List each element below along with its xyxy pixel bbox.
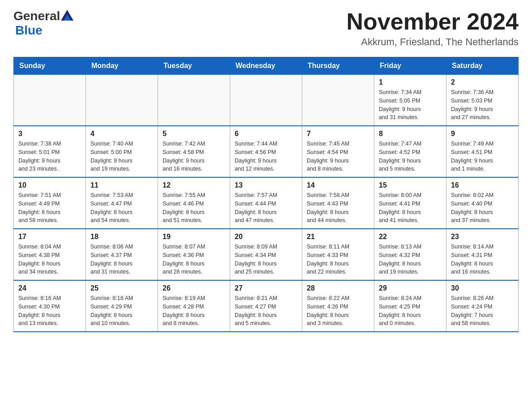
calendar-cell: 12Sunrise: 7:55 AMSunset: 4:46 PMDayligh… xyxy=(158,177,230,229)
calendar-cell: 18Sunrise: 8:06 AMSunset: 4:37 PMDayligh… xyxy=(86,229,158,280)
day-number: 12 xyxy=(163,181,225,189)
day-number: 7 xyxy=(307,130,369,138)
day-info: Sunrise: 7:55 AMSunset: 4:46 PMDaylight:… xyxy=(163,191,225,225)
day-number: 29 xyxy=(379,284,442,292)
calendar-cell: 22Sunrise: 8:13 AMSunset: 4:32 PMDayligh… xyxy=(374,229,446,280)
day-number: 17 xyxy=(18,233,81,241)
logo-blue-text: Blue xyxy=(15,23,43,38)
calendar-cell: 26Sunrise: 8:19 AMSunset: 4:28 PMDayligh… xyxy=(158,280,230,332)
calendar-cell: 13Sunrise: 7:57 AMSunset: 4:44 PMDayligh… xyxy=(230,177,302,229)
calendar-cell: 24Sunrise: 8:16 AMSunset: 4:30 PMDayligh… xyxy=(14,280,86,332)
calendar-cell: 4Sunrise: 7:40 AMSunset: 5:00 PMDaylight… xyxy=(86,126,158,177)
day-info: Sunrise: 8:11 AMSunset: 4:33 PMDaylight:… xyxy=(307,243,369,276)
weekday-header-sunday: Sunday xyxy=(14,57,86,75)
day-info: Sunrise: 8:26 AMSunset: 4:24 PMDaylight:… xyxy=(451,294,514,328)
weekday-header-saturday: Saturday xyxy=(446,57,519,75)
calendar-cell: 27Sunrise: 8:21 AMSunset: 4:27 PMDayligh… xyxy=(230,280,302,332)
page-header: General Blue November 2024 Akkrum, Fries… xyxy=(13,9,519,48)
day-info: Sunrise: 7:38 AMSunset: 5:01 PMDaylight:… xyxy=(18,140,81,173)
day-number: 13 xyxy=(235,181,297,189)
day-number: 20 xyxy=(235,233,297,241)
calendar-cell: 23Sunrise: 8:14 AMSunset: 4:31 PMDayligh… xyxy=(446,229,519,280)
calendar-cell xyxy=(230,75,302,126)
calendar-cell: 20Sunrise: 8:09 AMSunset: 4:34 PMDayligh… xyxy=(230,229,302,280)
day-number: 2 xyxy=(451,78,514,86)
calendar-cell: 11Sunrise: 7:53 AMSunset: 4:47 PMDayligh… xyxy=(86,177,158,229)
day-info: Sunrise: 8:07 AMSunset: 4:36 PMDaylight:… xyxy=(163,243,225,276)
day-info: Sunrise: 7:53 AMSunset: 4:47 PMDaylight:… xyxy=(90,191,153,225)
weekday-header-wednesday: Wednesday xyxy=(230,57,302,75)
day-info: Sunrise: 8:24 AMSunset: 4:25 PMDaylight:… xyxy=(379,294,442,328)
day-info: Sunrise: 7:57 AMSunset: 4:44 PMDaylight:… xyxy=(235,191,297,225)
calendar-cell: 16Sunrise: 8:02 AMSunset: 4:40 PMDayligh… xyxy=(446,177,519,229)
calendar-cell: 1Sunrise: 7:34 AMSunset: 5:05 PMDaylight… xyxy=(374,75,446,126)
day-info: Sunrise: 7:44 AMSunset: 4:56 PMDaylight:… xyxy=(235,140,297,173)
weekday-header-thursday: Thursday xyxy=(302,57,374,75)
day-number: 3 xyxy=(18,130,81,138)
calendar-cell: 6Sunrise: 7:44 AMSunset: 4:56 PMDaylight… xyxy=(230,126,302,177)
day-info: Sunrise: 8:19 AMSunset: 4:28 PMDaylight:… xyxy=(163,294,225,328)
day-number: 1 xyxy=(379,78,442,86)
calendar-week-row: 1Sunrise: 7:34 AMSunset: 5:05 PMDaylight… xyxy=(14,75,519,126)
day-info: Sunrise: 8:16 AMSunset: 4:30 PMDaylight:… xyxy=(18,294,81,328)
day-number: 19 xyxy=(163,233,225,241)
day-number: 24 xyxy=(18,284,81,292)
title-block: November 2024 Akkrum, Friesland, The Net… xyxy=(347,9,519,48)
logo-general-text: General xyxy=(13,9,60,23)
day-number: 6 xyxy=(235,130,297,138)
calendar-cell: 17Sunrise: 8:04 AMSunset: 4:38 PMDayligh… xyxy=(14,229,86,280)
calendar-cell xyxy=(14,75,86,126)
day-info: Sunrise: 7:58 AMSunset: 4:43 PMDaylight:… xyxy=(307,191,369,225)
calendar-cell: 7Sunrise: 7:45 AMSunset: 4:54 PMDaylight… xyxy=(302,126,374,177)
day-info: Sunrise: 7:40 AMSunset: 5:00 PMDaylight:… xyxy=(90,140,153,173)
day-number: 21 xyxy=(307,233,369,241)
day-info: Sunrise: 7:51 AMSunset: 4:49 PMDaylight:… xyxy=(18,191,81,225)
calendar-week-row: 17Sunrise: 8:04 AMSunset: 4:38 PMDayligh… xyxy=(14,229,519,280)
calendar-cell: 21Sunrise: 8:11 AMSunset: 4:33 PMDayligh… xyxy=(302,229,374,280)
day-number: 22 xyxy=(379,233,442,241)
calendar-week-row: 24Sunrise: 8:16 AMSunset: 4:30 PMDayligh… xyxy=(14,280,519,332)
calendar-cell: 10Sunrise: 7:51 AMSunset: 4:49 PMDayligh… xyxy=(14,177,86,229)
weekday-header-monday: Monday xyxy=(86,57,158,75)
calendar-cell: 8Sunrise: 7:47 AMSunset: 4:52 PMDaylight… xyxy=(374,126,446,177)
calendar-cell: 3Sunrise: 7:38 AMSunset: 5:01 PMDaylight… xyxy=(14,126,86,177)
day-number: 23 xyxy=(451,233,514,241)
day-number: 4 xyxy=(90,130,153,138)
day-info: Sunrise: 7:42 AMSunset: 4:58 PMDaylight:… xyxy=(163,140,225,173)
day-info: Sunrise: 8:21 AMSunset: 4:27 PMDaylight:… xyxy=(235,294,297,328)
day-info: Sunrise: 7:36 AMSunset: 5:03 PMDaylight:… xyxy=(451,88,514,122)
day-info: Sunrise: 8:18 AMSunset: 4:29 PMDaylight:… xyxy=(90,294,153,328)
calendar-cell: 14Sunrise: 7:58 AMSunset: 4:43 PMDayligh… xyxy=(302,177,374,229)
location-subtitle: Akkrum, Friesland, The Netherlands xyxy=(347,36,519,48)
weekday-header-friday: Friday xyxy=(374,57,446,75)
day-number: 28 xyxy=(307,284,369,292)
day-number: 11 xyxy=(90,181,153,189)
day-info: Sunrise: 7:34 AMSunset: 5:05 PMDaylight:… xyxy=(379,88,442,122)
day-info: Sunrise: 8:14 AMSunset: 4:31 PMDaylight:… xyxy=(451,243,514,276)
day-info: Sunrise: 8:09 AMSunset: 4:34 PMDaylight:… xyxy=(235,243,297,276)
day-number: 18 xyxy=(90,233,153,241)
day-info: Sunrise: 8:02 AMSunset: 4:40 PMDaylight:… xyxy=(451,191,514,225)
calendar-cell xyxy=(302,75,374,126)
day-number: 5 xyxy=(163,130,225,138)
calendar-cell xyxy=(158,75,230,126)
day-number: 8 xyxy=(379,130,442,138)
logo-icon xyxy=(61,10,73,22)
day-info: Sunrise: 7:49 AMSunset: 4:51 PMDaylight:… xyxy=(451,140,514,173)
weekday-header-tuesday: Tuesday xyxy=(158,57,230,75)
day-number: 27 xyxy=(235,284,297,292)
calendar-cell: 2Sunrise: 7:36 AMSunset: 5:03 PMDaylight… xyxy=(446,75,519,126)
day-number: 30 xyxy=(451,284,514,292)
calendar-cell xyxy=(86,75,158,126)
day-info: Sunrise: 8:06 AMSunset: 4:37 PMDaylight:… xyxy=(90,243,153,276)
day-number: 9 xyxy=(451,130,514,138)
calendar-cell: 29Sunrise: 8:24 AMSunset: 4:25 PMDayligh… xyxy=(374,280,446,332)
day-info: Sunrise: 8:22 AMSunset: 4:26 PMDaylight:… xyxy=(307,294,369,328)
month-year-title: November 2024 xyxy=(347,9,519,34)
calendar-table: SundayMondayTuesdayWednesdayThursdayFrid… xyxy=(13,57,519,332)
calendar-cell: 5Sunrise: 7:42 AMSunset: 4:58 PMDaylight… xyxy=(158,126,230,177)
calendar-week-row: 10Sunrise: 7:51 AMSunset: 4:49 PMDayligh… xyxy=(14,177,519,229)
day-info: Sunrise: 8:00 AMSunset: 4:41 PMDaylight:… xyxy=(379,191,442,225)
calendar-cell: 25Sunrise: 8:18 AMSunset: 4:29 PMDayligh… xyxy=(86,280,158,332)
day-info: Sunrise: 8:04 AMSunset: 4:38 PMDaylight:… xyxy=(18,243,81,276)
